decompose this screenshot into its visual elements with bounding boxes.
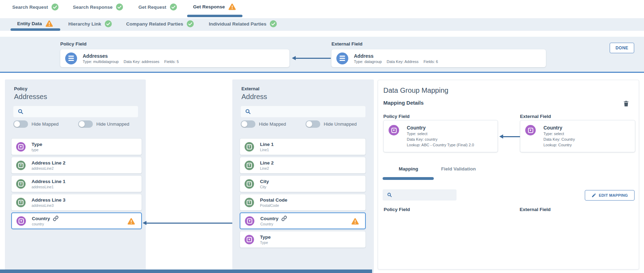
tab-label: Entity Data <box>17 21 42 26</box>
edit-mapping-button[interactable]: EDIT MAPPING <box>585 190 635 201</box>
list-item-postal-code[interactable]: T Postal Code PostalCode <box>240 194 366 211</box>
toggle-label: Hide Unmapped <box>324 121 357 127</box>
text-field-icon: T <box>245 198 254 207</box>
list-item-country[interactable]: ▾ Country Country <box>240 212 366 229</box>
list-item-city[interactable]: T City City <box>240 175 366 192</box>
tab-search-response[interactable]: Search Response <box>73 4 123 10</box>
mapping-details-heading: Mapping Details <box>383 100 424 106</box>
toggle-label: Hide Mapped <box>32 121 59 127</box>
warning-icon <box>128 218 135 225</box>
field-mapping-arrow-line <box>146 223 240 224</box>
data-group-mapping-panel: Data Group Mapping Mapping Details Polic… <box>378 80 639 270</box>
field-key: Type <box>260 240 271 245</box>
card-meta-datakey: Data Key: Address <box>387 59 419 64</box>
card-meta-fields: Fields: 6 <box>424 59 438 64</box>
mapping-arrow-line <box>295 58 331 59</box>
section-tabs-bar: Entity Data Hierarchy Link Company Relat… <box>0 18 644 31</box>
tab-get-request[interactable]: Get Request <box>138 4 177 10</box>
text-field-icon: T <box>245 161 254 170</box>
external-fields-panel: External Address Hide Mapped Hide Unmapp… <box>232 79 374 273</box>
field-title: Line 1 <box>260 142 274 147</box>
pencil-icon <box>591 193 596 198</box>
text-field-icon: T <box>245 142 254 152</box>
external-field-card[interactable]: ▾ Country Type: select Data Key: Country… <box>520 120 635 152</box>
field-title: Postal Code <box>260 197 287 203</box>
policy-search-input[interactable] <box>26 106 138 117</box>
text-field-icon: T <box>16 161 26 170</box>
check-icon <box>187 20 194 27</box>
external-search-input[interactable] <box>254 106 365 117</box>
search-icon <box>387 192 392 198</box>
hide-mapped-toggle[interactable] <box>241 120 255 128</box>
tab-search-request[interactable]: Search Request <box>12 4 59 10</box>
card-datakey: Data Key: Country <box>543 137 575 142</box>
active-tab-indicator <box>383 177 434 180</box>
datagroup-icon <box>65 52 77 64</box>
tab-individual-related-parties[interactable]: Individual Related Parties <box>209 20 277 27</box>
list-item-type[interactable]: ▾ Type Type <box>240 231 366 248</box>
hide-unmapped-toggle[interactable] <box>306 120 320 128</box>
text-field-icon: T <box>245 179 254 189</box>
field-title: Address Line 3 <box>32 197 66 203</box>
policy-fields-panel: Policy Addresses Hide Mapped Hide Unmapp… <box>5 79 146 273</box>
field-title: Line 2 <box>260 160 274 166</box>
tab-label: Get Request <box>138 5 166 10</box>
external-datagroup-card[interactable]: Address Type: datagroup Data Key: Addres… <box>331 49 546 67</box>
select-field-icon: ▾ <box>389 125 399 135</box>
card-title: Addresses <box>83 53 179 59</box>
list-item-address-line-1[interactable]: T Address Line 1 addressLine1 <box>11 175 142 192</box>
tab-get-response[interactable]: Get Response <box>193 4 236 10</box>
card-title: Country <box>407 125 474 131</box>
tab-label: Search Request <box>12 5 48 10</box>
mapping-search-input[interactable] <box>395 189 457 201</box>
field-title: Country <box>260 216 279 221</box>
card-datakey: Data Key: country <box>407 137 474 142</box>
link-icon <box>281 216 287 221</box>
list-item-address-line-3[interactable]: T Address Line 3 addressLine3 <box>11 194 142 211</box>
card-title: Country <box>543 125 575 131</box>
list-item-address-line-2[interactable]: T Address Line 2 addressLine2 <box>11 157 142 174</box>
list-item-type[interactable]: ▾ Type type <box>11 138 142 155</box>
toggle-label: Hide Unmapped <box>96 121 129 127</box>
entity-mapping-screen: Search Request Search Response Get Reque… <box>0 0 644 273</box>
datagroup-mapping-header: Policy Field Addresses Type: multidatagr… <box>0 37 644 73</box>
tab-field-validation[interactable]: Field Validation <box>441 166 476 172</box>
field-key: Country <box>260 222 287 226</box>
field-title: Address Line 2 <box>32 160 66 166</box>
text-field-icon: T <box>16 179 26 189</box>
check-icon <box>170 4 177 10</box>
tab-entity-data[interactable]: Entity Data <box>17 20 53 27</box>
tab-label: Hierarchy Link <box>68 21 101 27</box>
tab-hierarchy-link[interactable]: Hierarchy Link <box>68 20 112 27</box>
tab-mapping[interactable]: Mapping <box>399 166 418 172</box>
list-item-country[interactable]: ▾ Country country <box>11 212 142 229</box>
tab-company-related-parties[interactable]: Company Related Parties <box>126 20 194 27</box>
card-meta-fields: Fields: 5 <box>164 59 179 64</box>
select-field-icon: ▾ <box>525 125 536 135</box>
external-search-box <box>241 106 365 117</box>
card-lookup: Lookup: Country <box>543 142 575 147</box>
policy-field-card[interactable]: ▾ Country Type: select Data Key: country… <box>383 120 498 152</box>
card-type: Type: select <box>543 131 575 136</box>
tab-label: Individual Related Parties <box>209 21 266 27</box>
horizontal-scrollbar-thumb[interactable] <box>0 270 372 273</box>
hide-unmapped-toggle[interactable] <box>78 120 93 128</box>
list-item-line-2[interactable]: T Line 2 Line2 <box>240 157 366 174</box>
select-field-icon: ▾ <box>245 216 254 226</box>
done-button[interactable]: DONE <box>610 43 634 53</box>
warning-icon <box>351 218 359 225</box>
check-icon <box>105 20 112 27</box>
hide-mapped-toggle[interactable] <box>13 120 28 128</box>
active-tab-indicator <box>11 28 60 31</box>
external-field-label: External Field <box>331 41 363 47</box>
list-item-line-1[interactable]: T Line 1 Line1 <box>240 138 366 155</box>
card-meta-type: Type: multidatagroup <box>83 59 119 64</box>
delete-mapping-icon[interactable] <box>623 100 630 109</box>
field-key: Line1 <box>260 148 274 152</box>
edit-mapping-label: EDIT MAPPING <box>599 193 628 197</box>
policy-datagroup-card[interactable]: Addresses Type: multidatagroup Data Key:… <box>60 49 289 67</box>
warning-icon <box>46 20 53 27</box>
field-key: PostalCode <box>260 203 287 208</box>
external-toggles: Hide Mapped Hide Unmapped <box>232 120 374 128</box>
card-title: Address <box>354 53 438 59</box>
